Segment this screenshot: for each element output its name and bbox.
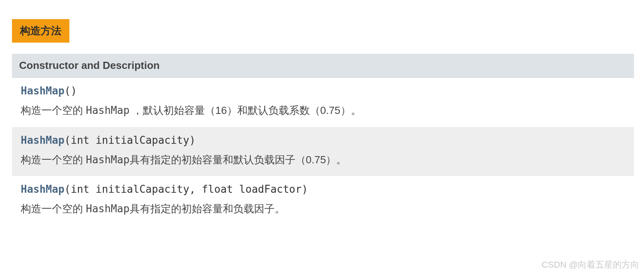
desc-text: 具有指定的初始容量和默认负载因子（0.75）。: [130, 154, 347, 166]
constructor-signature: HashMap(int initialCapacity): [21, 134, 625, 146]
constructor-description: 构造一个空的 HashMap具有指定的初始容量和默认负载因子（0.75）。: [21, 152, 625, 168]
desc-text: ，默认初始容量（16）和默认负载系数（0.75）。: [130, 104, 361, 116]
constructor-table: Constructor and Description HashMap() 构造…: [12, 54, 634, 225]
desc-code: HashMap: [86, 154, 130, 166]
desc-text: 构造一个空的: [21, 104, 86, 116]
desc-text: 具有指定的初始容量和负载因子。: [130, 203, 285, 215]
constructor-description: 构造一个空的 HashMap具有指定的初始容量和负载因子。: [21, 201, 625, 217]
constructor-link[interactable]: HashMap: [21, 134, 65, 146]
constructor-description: 构造一个空的 HashMap ，默认初始容量（16）和默认负载系数（0.75）。: [21, 102, 625, 119]
table-header: Constructor and Description: [12, 54, 634, 78]
constructor-link[interactable]: HashMap: [21, 85, 65, 97]
table-row: HashMap() 构造一个空的 HashMap ，默认初始容量（16）和默认负…: [12, 78, 634, 127]
constructor-params: (int initialCapacity, float loadFactor): [65, 183, 308, 195]
constructor-signature: HashMap(int initialCapacity, float loadF…: [21, 183, 625, 195]
constructor-params: (int initialCapacity): [65, 134, 196, 146]
constructor-signature: HashMap(): [21, 85, 625, 97]
watermark: CSDN @向着五星的方向: [542, 259, 639, 271]
constructor-link[interactable]: HashMap: [21, 183, 65, 195]
desc-code: HashMap: [86, 203, 130, 215]
table-row: HashMap(int initialCapacity, float loadF…: [12, 176, 634, 225]
desc-code: HashMap: [86, 104, 130, 116]
constructor-params: (): [65, 85, 77, 97]
desc-text: 构造一个空的: [21, 203, 86, 215]
section-badge: 构造方法: [12, 19, 69, 43]
desc-text: 构造一个空的: [21, 154, 86, 166]
table-row: HashMap(int initialCapacity) 构造一个空的 Hash…: [12, 127, 634, 176]
